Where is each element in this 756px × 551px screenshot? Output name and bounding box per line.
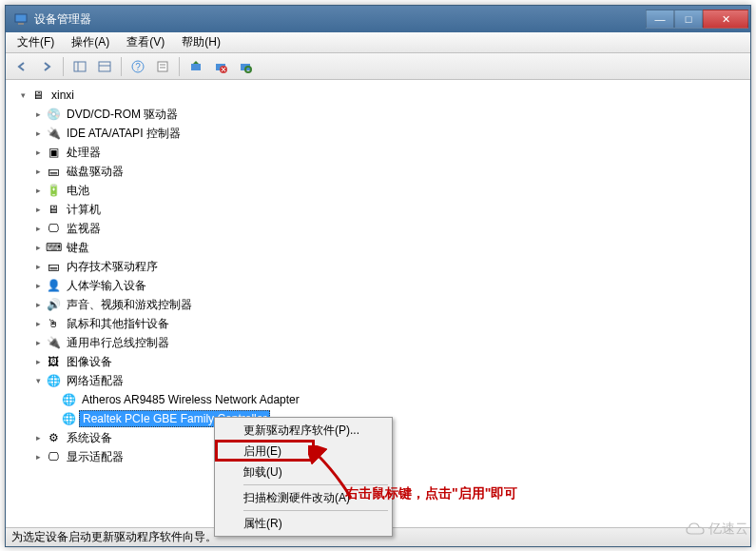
annotation-text: 右击鼠标键，点击"启用"即可 [345, 485, 517, 502]
uninstall-button[interactable] [210, 56, 231, 77]
maximize-button[interactable]: □ [674, 10, 703, 29]
tree-node-label: 电池 [64, 182, 92, 200]
device-icon: 👤 [46, 278, 61, 293]
tree-node[interactable]: ▸🔊声音、视频和游戏控制器 [10, 295, 749, 314]
device-icon: ▣ [46, 145, 61, 160]
properties-button-2[interactable] [152, 56, 173, 77]
tree-node-label: 键盘 [64, 239, 92, 257]
forward-button[interactable] [36, 56, 57, 77]
device-icon: 💿 [46, 107, 61, 122]
expand-icon[interactable]: ▸ [33, 186, 44, 196]
status-text: 为选定设备启动更新驱动程序软件向导。 [11, 529, 217, 545]
menubar: 文件(F) 操作(A) 查看(V) 帮助(H) [6, 32, 750, 53]
tree-node[interactable]: ▾🌐网络适配器 [10, 371, 749, 390]
tree-node[interactable]: 🌐Atheros AR9485 Wireless Network Adapter [10, 390, 749, 409]
expand-icon[interactable]: ▸ [33, 167, 44, 177]
tree-node-label: 网络适配器 [64, 372, 126, 390]
expand-icon[interactable]: ▸ [33, 224, 44, 234]
tree-node-label: 人体学输入设备 [64, 277, 149, 295]
tree-node-label: 监视器 [64, 220, 104, 238]
expand-icon[interactable]: ▸ [33, 148, 44, 158]
device-icon: 🖥 [46, 202, 61, 217]
tree-node[interactable]: ▸🔌通用串行总线控制器 [10, 333, 749, 352]
back-button[interactable] [11, 56, 32, 77]
expand-icon[interactable]: ▸ [33, 300, 44, 310]
tree-node[interactable]: ▸🔌IDE ATA/ATAPI 控制器 [10, 124, 749, 143]
device-icon: 🌐 [46, 373, 61, 388]
device-icon: 🔌 [46, 126, 61, 141]
menu-action[interactable]: 操作(A) [64, 32, 117, 52]
collapse-icon[interactable]: ▾ [33, 376, 44, 386]
expand-icon[interactable]: ▸ [33, 262, 44, 272]
tree-node[interactable]: ▸💿DVD/CD-ROM 驱动器 [10, 105, 749, 124]
tree-node[interactable]: ▸🖱鼠标和其他指针设备 [10, 314, 749, 333]
titlebar[interactable]: 设备管理器 — □ ✕ [6, 6, 750, 32]
menu-separator [243, 510, 388, 511]
update-driver-button[interactable] [185, 56, 206, 77]
device-icon: 🖴 [46, 164, 61, 179]
svg-text:?: ? [135, 62, 141, 72]
expand-icon[interactable]: ▸ [33, 281, 44, 291]
toolbar-separator [121, 57, 122, 76]
toolbar-separator [63, 57, 64, 76]
expand-icon[interactable]: ▸ [33, 128, 44, 139]
expand-icon[interactable]: ▸ [33, 109, 44, 120]
expand-icon[interactable]: ▸ [33, 433, 44, 443]
tree-node[interactable]: ▸🖴内存技术驱动程序 [10, 257, 749, 276]
tree-node-label: DVD/CD-ROM 驱动器 [64, 106, 181, 124]
menu-file[interactable]: 文件(F) [10, 32, 62, 52]
tree-node[interactable]: ▸🔋电池 [10, 181, 749, 200]
expand-icon[interactable]: ▸ [33, 357, 44, 367]
expand-icon[interactable]: ▸ [33, 452, 44, 462]
watermark-text: 亿速云 [708, 521, 748, 538]
device-icon: 🌐 [61, 392, 76, 407]
device-icon: 🔊 [46, 297, 61, 312]
minimize-button[interactable]: — [646, 10, 674, 29]
tree-node[interactable]: ▸⌨键盘 [10, 238, 749, 257]
tree-node[interactable]: ▸🖵监视器 [10, 219, 749, 238]
context-menu-item[interactable]: 启用(E) [217, 441, 390, 462]
context-menu-item[interactable]: 卸载(U) [217, 462, 390, 482]
svg-rect-4 [99, 62, 110, 71]
menu-view[interactable]: 查看(V) [119, 32, 172, 52]
expand-icon[interactable]: ▸ [33, 338, 44, 348]
tree-node[interactable]: ▾🖥xinxi [10, 86, 749, 105]
expand-icon[interactable]: ▸ [33, 319, 44, 329]
svg-rect-0 [15, 14, 27, 22]
device-icon: 🖱 [46, 316, 61, 331]
collapse-icon[interactable]: ▾ [18, 90, 29, 101]
app-icon [13, 11, 29, 27]
expand-icon[interactable]: ▸ [33, 243, 44, 253]
properties-button[interactable] [94, 56, 115, 77]
device-icon: ⌨ [46, 240, 61, 255]
tree-node[interactable]: ▸👤人体学输入设备 [10, 276, 749, 295]
cloud-icon [686, 522, 705, 536]
device-icon: 🖼 [46, 354, 61, 369]
device-icon: 🌐 [61, 411, 76, 426]
context-menu-item[interactable]: 更新驱动程序软件(P)... [217, 420, 390, 441]
device-icon: ⚙ [46, 430, 61, 445]
svg-rect-2 [74, 62, 86, 71]
tree-node[interactable]: ▸▣处理器 [10, 143, 749, 162]
show-hide-tree-button[interactable] [69, 56, 90, 77]
svg-rect-8 [158, 62, 167, 71]
context-menu-item[interactable]: 属性(R) [217, 513, 390, 534]
tree-node-label: IDE ATA/ATAPI 控制器 [64, 125, 184, 143]
tree-node[interactable]: ▸🖼图像设备 [10, 352, 749, 371]
menu-help[interactable]: 帮助(H) [174, 32, 228, 52]
scan-hardware-button[interactable] [235, 56, 256, 77]
tree-node-label: 显示适配器 [64, 448, 126, 466]
device-icon: 🖵 [46, 221, 61, 236]
tree-node[interactable]: ▸🖴磁盘驱动器 [10, 162, 749, 181]
window-title: 设备管理器 [34, 11, 646, 28]
tree-node-label: 通用串行总线控制器 [64, 334, 172, 352]
tree-node[interactable]: ▸🖥计算机 [10, 200, 749, 219]
tree-node-label: 鼠标和其他指针设备 [64, 315, 172, 333]
expand-icon[interactable]: ▸ [33, 205, 44, 215]
device-icon: 🖴 [46, 259, 61, 274]
toolbar-separator [179, 57, 180, 76]
close-button[interactable]: ✕ [703, 10, 748, 29]
help-button[interactable]: ? [127, 56, 148, 77]
device-icon: 🖥 [30, 88, 46, 103]
no-expander [48, 395, 59, 405]
